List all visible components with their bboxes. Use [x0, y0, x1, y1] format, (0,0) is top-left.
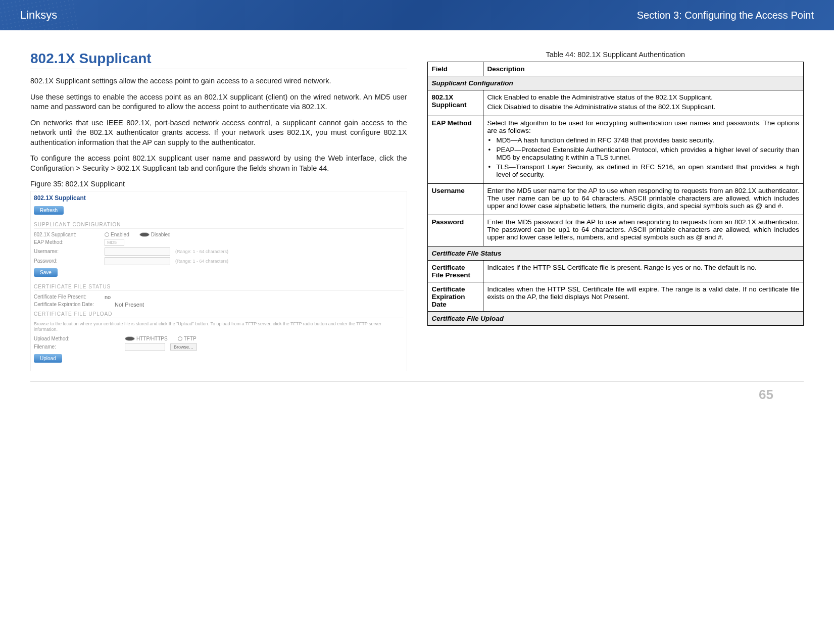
- desc-text: Select the algorithm to be used for encr…: [487, 119, 800, 134]
- desc-text: Enter the MD5 user name for the AP to us…: [487, 187, 800, 210]
- description-cell: Click Enabled to enable the Administrati…: [483, 90, 804, 116]
- table-section-row: Supplicant Configuration: [427, 76, 804, 90]
- fig-section-header: CERTIFICATE FILE STATUS: [34, 282, 404, 291]
- body-paragraph: On networks that use IEEE 802.1X, port-b…: [30, 118, 407, 148]
- save-button[interactable]: Save: [34, 268, 58, 277]
- description-table: Field Description Supplicant Configurati…: [427, 62, 804, 326]
- table-section-row: Certificate File Upload: [427, 312, 804, 326]
- filename-input[interactable]: [125, 343, 165, 351]
- field-cell: 802.1X Supplicant: [427, 90, 483, 116]
- radio-label: Enabled: [111, 232, 129, 237]
- field-cell: Username: [427, 184, 483, 215]
- radio-icon: [139, 232, 150, 237]
- tftp-radio[interactable]: TFTP: [178, 336, 197, 341]
- range-hint: (Range: 1 - 64 characters): [175, 249, 228, 254]
- description-cell: Enter the MD5 user name for the AP to us…: [483, 184, 804, 215]
- right-column: Table 44: 802.1X Supplicant Authenticati…: [427, 51, 804, 371]
- figure-screenshot: 802.1X Supplicant Refresh SUPPLICANT CON…: [30, 191, 407, 371]
- cert-present-value: no: [105, 294, 111, 300]
- desc-text: Click Enabled to enable the Administrati…: [487, 93, 800, 101]
- description-cell: Enter the MD5 password for the AP to use…: [483, 215, 804, 246]
- table-row: Username Enter the MD5 user name for the…: [427, 184, 804, 215]
- enabled-radio[interactable]: Enabled: [105, 232, 129, 237]
- intro-paragraph: 802.1X Supplicant settings allow the acc…: [30, 76, 407, 86]
- refresh-button[interactable]: Refresh: [34, 206, 64, 215]
- range-hint: (Range: 1 - 64 characters): [175, 259, 228, 264]
- radio-icon: [178, 336, 182, 341]
- radio-label: HTTP/HTTPS: [136, 336, 168, 341]
- list-item: TLS—Transport Layer Security, as defined…: [487, 163, 800, 178]
- col-header-description: Description: [483, 62, 804, 76]
- password-input[interactable]: [105, 257, 170, 265]
- section-cell: Certificate File Status: [427, 246, 804, 261]
- table-row: EAP Method Select the algorithm to be us…: [427, 116, 804, 184]
- section-cell: Supplicant Configuration: [427, 76, 804, 90]
- fig-title: 802.1X Supplicant: [34, 194, 404, 202]
- body-paragraph: Use these settings to enable the access …: [30, 92, 407, 112]
- table-caption: Table 44: 802.1X Supplicant Authenticati…: [427, 51, 804, 59]
- fig-section-header: CERTIFICATE FILE UPLOAD: [34, 309, 404, 318]
- upload-note: Browse to the location where your certif…: [34, 321, 404, 333]
- desc-text: Indicates when the HTTP SSL Certificate …: [487, 285, 800, 301]
- fig-label: Upload Method:: [34, 336, 120, 341]
- field-cell: EAP Method: [427, 116, 483, 184]
- fig-label: Certificate File Present:: [34, 294, 100, 300]
- brand: Linksys: [20, 9, 57, 22]
- browse-button[interactable]: Browse…: [170, 343, 197, 351]
- list-item: PEAP—Protected Extensible Authentication…: [487, 146, 800, 161]
- username-input[interactable]: [105, 247, 170, 256]
- fig-label: Password:: [34, 258, 100, 264]
- fig-label: EAP Method:: [34, 239, 100, 245]
- title-rule: [30, 69, 407, 69]
- desc-text: Indicates if the HTTP SSL Certificate fi…: [487, 264, 800, 271]
- fig-label: 802.1X Supplicant:: [34, 232, 100, 237]
- radio-icon: [105, 232, 109, 237]
- disabled-radio[interactable]: Disabled: [139, 232, 171, 237]
- page-number: 65: [30, 381, 804, 418]
- desc-text: Click Disabled to disable the Administra…: [487, 103, 800, 111]
- table-row: Password Enter the MD5 password for the …: [427, 215, 804, 246]
- fig-section-header: SUPPLICANT CONFIGURATION: [34, 220, 404, 229]
- body-paragraph: To configure the access point 802.1X sup…: [30, 154, 407, 173]
- description-cell: Select the algorithm to be used for encr…: [483, 116, 804, 184]
- radio-label: Disabled: [151, 232, 171, 237]
- field-cell: Certificate File Present: [427, 261, 483, 282]
- col-header-field: Field: [427, 62, 483, 76]
- table-row: Certificate File Present Indicates if th…: [427, 261, 804, 282]
- left-column: 802.1X Supplicant 802.1X Supplicant sett…: [30, 51, 407, 371]
- page-title: 802.1X Supplicant: [30, 51, 407, 67]
- http-radio[interactable]: HTTP/HTTPS: [125, 336, 168, 341]
- table-header-row: Field Description: [427, 62, 804, 76]
- section-cell: Certificate File Upload: [427, 312, 804, 326]
- table-row: Certificate Expiration Date Indicates wh…: [427, 282, 804, 312]
- list-item: MD5—A hash function defined in RFC 3748 …: [487, 136, 800, 144]
- radio-icon: [125, 336, 135, 341]
- page-header: Linksys Section 3: Configuring the Acces…: [0, 0, 834, 30]
- description-cell: Indicates when the HTTP SSL Certificate …: [483, 282, 804, 312]
- radio-label: TFTP: [184, 336, 197, 341]
- figure-caption: Figure 35: 802.1X Supplicant: [30, 180, 407, 188]
- field-cell: Certificate Expiration Date: [427, 282, 483, 312]
- table-row: 802.1X Supplicant Click Enabled to enabl…: [427, 90, 804, 116]
- fig-label: Filename:: [34, 344, 120, 350]
- field-cell: Password: [427, 215, 483, 246]
- desc-text: Enter the MD5 password for the AP to use…: [487, 218, 800, 241]
- upload-button[interactable]: Upload: [34, 354, 62, 363]
- cert-expiration-value: Not Present: [115, 302, 144, 308]
- page-body: 802.1X Supplicant 802.1X Supplicant sett…: [0, 30, 834, 381]
- section-title: Section 3: Configuring the Access Point: [637, 10, 814, 21]
- description-cell: Indicates if the HTTP SSL Certificate fi…: [483, 261, 804, 282]
- eap-method-select[interactable]: MD5: [105, 239, 124, 246]
- table-section-row: Certificate File Status: [427, 246, 804, 261]
- fig-label: Certificate Expiration Date:: [34, 302, 110, 307]
- fig-label: Username:: [34, 249, 100, 254]
